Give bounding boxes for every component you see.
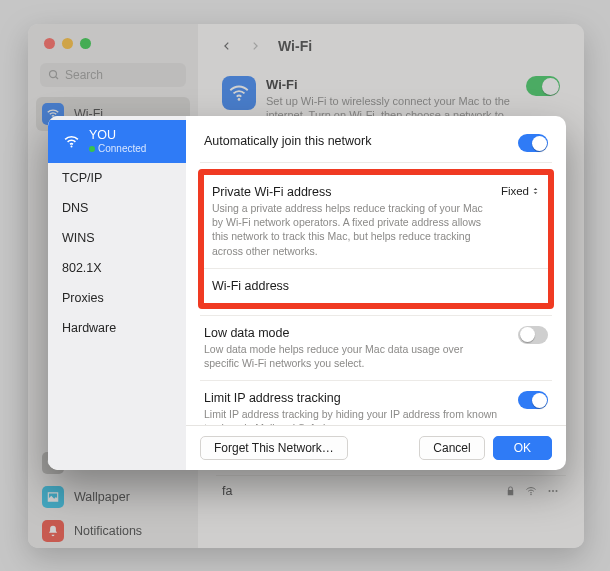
row-title: Low data mode: [204, 326, 500, 340]
svg-point-18: [70, 145, 72, 147]
tab-label: TCP/IP: [62, 171, 102, 185]
private-address-select[interactable]: Fixed: [501, 185, 540, 197]
tab-label: Hardware: [62, 321, 116, 335]
row-desc: Using a private address helps reduce tra…: [212, 201, 483, 258]
tab-network-name[interactable]: YOU Connected: [48, 120, 186, 163]
row-title: Private Wi-Fi address: [212, 185, 483, 199]
row-desc: Low data mode helps reduce your Mac data…: [204, 342, 500, 370]
row-private-address: Private Wi-Fi address Using a private ad…: [204, 175, 548, 269]
network-details-sheet: YOU Connected TCP/IP DNS WINS 802.1X Pro…: [48, 116, 566, 470]
row-wifi-address: Wi-Fi address: [204, 269, 548, 303]
cancel-button[interactable]: Cancel: [419, 436, 484, 460]
tab-hardware[interactable]: Hardware: [48, 313, 186, 343]
tab-dns[interactable]: DNS: [48, 193, 186, 223]
low-data-toggle[interactable]: [518, 326, 548, 344]
tab-proxies[interactable]: Proxies: [48, 283, 186, 313]
tab-wins[interactable]: WINS: [48, 223, 186, 253]
auto-join-toggle[interactable]: [518, 134, 548, 152]
tab-8021x[interactable]: 802.1X: [48, 253, 186, 283]
row-low-data: Low data mode Low data mode helps reduce…: [200, 315, 552, 381]
tab-label: YOU: [89, 128, 146, 143]
tab-label: DNS: [62, 201, 88, 215]
tab-label: WINS: [62, 231, 95, 245]
select-chevrons-icon: [531, 185, 540, 197]
wifi-icon: [62, 133, 80, 151]
limit-ip-toggle[interactable]: [518, 391, 548, 409]
row-title: Automatically join this network: [204, 134, 500, 148]
highlight-annotation: Private Wi-Fi address Using a private ad…: [198, 169, 554, 309]
row-limit-ip: Limit IP address tracking Limit IP addre…: [200, 381, 552, 425]
row-desc: Limit IP address tracking by hiding your…: [204, 407, 500, 425]
forget-network-button[interactable]: Forget This Network…: [200, 436, 348, 460]
tab-label: 802.1X: [62, 261, 102, 275]
select-value: Fixed: [501, 185, 529, 197]
connection-status: Connected: [89, 143, 146, 155]
tab-tcpip[interactable]: TCP/IP: [48, 163, 186, 193]
row-title: Limit IP address tracking: [204, 391, 500, 405]
sheet-footer: Forget This Network… Cancel OK: [186, 425, 566, 470]
sheet-main: Automatically join this network Private …: [186, 116, 566, 470]
row-title: Wi-Fi address: [212, 279, 530, 293]
tab-label: Proxies: [62, 291, 104, 305]
ok-button[interactable]: OK: [493, 436, 552, 460]
sheet-sidebar: YOU Connected TCP/IP DNS WINS 802.1X Pro…: [48, 116, 186, 470]
row-auto-join: Automatically join this network: [200, 130, 552, 163]
